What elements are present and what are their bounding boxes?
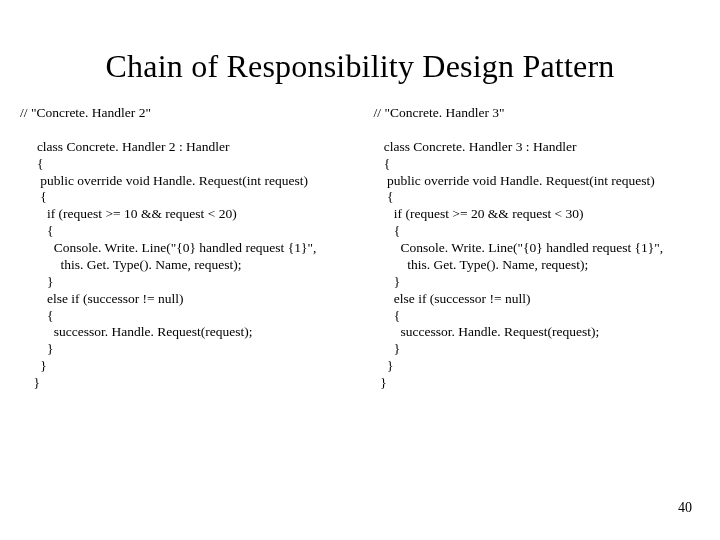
page-number: 40 bbox=[678, 500, 692, 516]
slide-title: Chain of Responsibility Design Pattern bbox=[0, 0, 720, 105]
slide: Chain of Responsibility Design Pattern /… bbox=[0, 0, 720, 540]
left-comment: // "Concrete. Handler 2" bbox=[20, 105, 151, 120]
right-comment: // "Concrete. Handler 3" bbox=[374, 105, 505, 120]
left-code: class Concrete. Handler 2 : Handler { pu… bbox=[20, 139, 316, 390]
left-column: // "Concrete. Handler 2" class Concrete.… bbox=[20, 105, 346, 392]
content-columns: // "Concrete. Handler 2" class Concrete.… bbox=[0, 105, 720, 392]
right-column: // "Concrete. Handler 3" class Concrete.… bbox=[374, 105, 700, 392]
right-code: class Concrete. Handler 3 : Handler { pu… bbox=[374, 139, 664, 390]
